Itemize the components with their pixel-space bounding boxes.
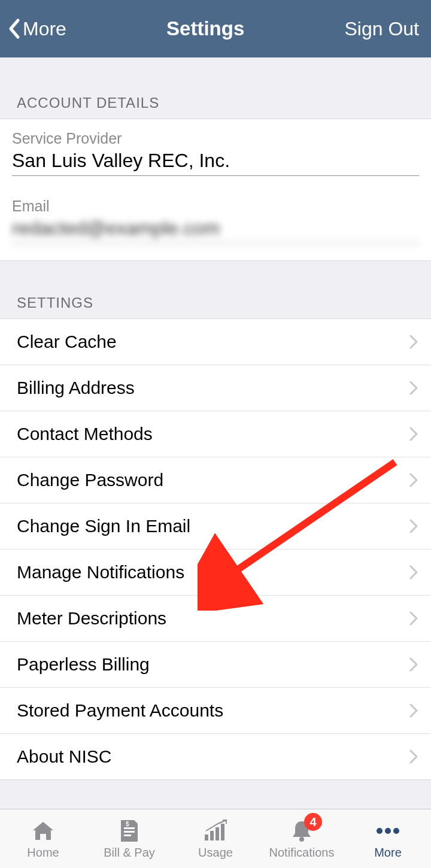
tab-bar: Home $ Bill & Pay Usage Notifications 4 xyxy=(0,809,431,868)
settings-row-change-password[interactable]: Change Password xyxy=(0,457,431,503)
svg-point-12 xyxy=(393,828,399,834)
email-value: redacted@example.com xyxy=(12,217,419,244)
chevron-right-icon xyxy=(409,381,418,395)
more-icon xyxy=(373,818,403,844)
chevron-right-icon xyxy=(409,519,418,533)
svg-rect-6 xyxy=(210,831,214,840)
tab-label: More xyxy=(374,846,402,860)
chevron-right-icon xyxy=(409,749,418,764)
svg-rect-3 xyxy=(124,834,131,836)
back-button[interactable]: More xyxy=(7,18,66,40)
settings-row-label: Meter Descriptions xyxy=(17,608,166,629)
svg-rect-7 xyxy=(216,827,219,840)
settings-row-paperless-billing[interactable]: Paperless Billing xyxy=(0,642,431,688)
settings-row-label: Contact Methods xyxy=(17,424,153,444)
settings-row-label: About NISC xyxy=(17,746,111,767)
svg-text:$: $ xyxy=(126,821,129,827)
svg-point-9 xyxy=(299,837,304,842)
svg-rect-5 xyxy=(205,834,208,840)
settings-row-label: Paperless Billing xyxy=(17,654,150,675)
email-label: Email xyxy=(12,198,419,215)
tab-notifications[interactable]: Notifications 4 xyxy=(259,809,345,868)
chevron-right-icon xyxy=(409,703,418,718)
email-field: Email redacted@example.com xyxy=(12,198,419,244)
svg-point-11 xyxy=(385,828,391,834)
tab-usage[interactable]: Usage xyxy=(172,809,259,868)
settings-row-billing-address[interactable]: Billing Address xyxy=(0,365,431,411)
settings-screen: More Settings Sign Out ACCOUNT DETAILS S… xyxy=(0,0,431,868)
settings-row-stored-payment-accounts[interactable]: Stored Payment Accounts xyxy=(0,688,431,734)
svg-rect-8 xyxy=(221,824,224,840)
svg-rect-2 xyxy=(124,831,135,833)
tab-label: Bill & Pay xyxy=(104,846,155,860)
settings-row-manage-notifications[interactable]: Manage Notifications xyxy=(0,550,431,596)
home-icon xyxy=(28,818,58,844)
settings-row-label: Change Password xyxy=(17,470,163,490)
svg-point-10 xyxy=(377,828,383,834)
chevron-right-icon xyxy=(409,611,418,626)
settings-row-label: Manage Notifications xyxy=(17,562,184,582)
chevron-right-icon xyxy=(409,473,418,487)
settings-row-meter-descriptions[interactable]: Meter Descriptions xyxy=(0,596,431,642)
notifications-badge: 4 xyxy=(304,813,322,831)
settings-row-contact-methods[interactable]: Contact Methods xyxy=(0,411,431,457)
sign-out-button[interactable]: Sign Out xyxy=(344,18,419,40)
tab-label: Usage xyxy=(198,846,233,860)
chevron-right-icon xyxy=(409,335,418,349)
settings-row-about-nisc[interactable]: About NISC xyxy=(0,734,431,780)
service-provider-value: San Luis Valley REC, Inc. xyxy=(12,150,419,176)
tab-more[interactable]: More xyxy=(345,809,431,868)
usage-icon xyxy=(201,818,230,844)
tab-label: Notifications xyxy=(269,846,335,860)
chevron-left-icon xyxy=(7,18,20,40)
settings-row-change-signin-email[interactable]: Change Sign In Email xyxy=(0,503,431,550)
settings-row-clear-cache[interactable]: Clear Cache xyxy=(0,319,431,365)
chevron-right-icon xyxy=(409,565,418,579)
header-bar: More Settings Sign Out xyxy=(0,0,431,57)
tab-label: Home xyxy=(27,846,59,860)
section-header-account: ACCOUNT DETAILS xyxy=(0,57,431,119)
bill-icon: $ xyxy=(114,818,144,844)
settings-row-label: Billing Address xyxy=(17,378,135,398)
settings-list: Clear Cache Billing Address Contact Meth… xyxy=(0,318,431,780)
section-header-settings: SETTINGS xyxy=(0,261,431,318)
settings-row-label: Clear Cache xyxy=(17,332,117,352)
svg-rect-1 xyxy=(124,827,135,829)
tab-home[interactable]: Home xyxy=(0,809,86,868)
settings-row-label: Change Sign In Email xyxy=(17,516,190,536)
chevron-right-icon xyxy=(409,657,418,672)
tab-bill-pay[interactable]: $ Bill & Pay xyxy=(86,809,172,868)
service-provider-label: Service Provider xyxy=(12,130,419,147)
chevron-right-icon xyxy=(409,427,418,441)
back-label: More xyxy=(23,18,66,40)
service-provider-field: Service Provider San Luis Valley REC, In… xyxy=(12,130,419,176)
page-title: Settings xyxy=(166,17,244,40)
settings-row-label: Stored Payment Accounts xyxy=(17,700,223,721)
account-details-card: Service Provider San Luis Valley REC, In… xyxy=(0,119,431,261)
